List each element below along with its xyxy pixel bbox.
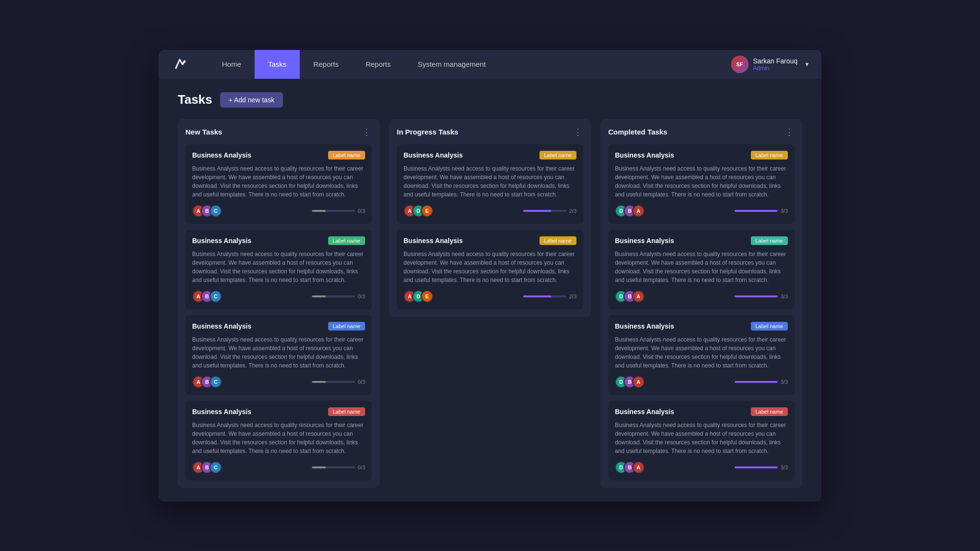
user-role: Admin xyxy=(753,65,798,72)
task-avatars: A B C xyxy=(192,461,222,474)
task-title: Business Analysis xyxy=(192,151,251,159)
task-progress: 2/3 xyxy=(523,208,576,214)
task-progress: 0/3 xyxy=(312,465,365,470)
task-card[interactable]: Business Analysis Label name Business An… xyxy=(608,144,795,224)
task-desc: Business Analysts need access to quality… xyxy=(615,421,788,455)
task-title: Business Analysis xyxy=(615,237,674,245)
app-logo xyxy=(170,55,189,74)
task-card[interactable]: Business Analysis Label name Business An… xyxy=(397,144,583,224)
page-title: Tasks xyxy=(178,92,212,107)
progress-fill xyxy=(312,466,326,468)
nav-reports-1[interactable]: Reports xyxy=(300,50,352,79)
progress-fill xyxy=(735,295,778,297)
page-header: Tasks + Add new task xyxy=(178,92,802,108)
task-label: Label name xyxy=(328,322,366,331)
task-title: Business Analysis xyxy=(404,237,463,245)
task-label: Label name xyxy=(539,236,577,245)
column-title-completed: Completed Tasks xyxy=(608,128,667,136)
nav-system[interactable]: System management xyxy=(404,50,499,79)
task-card[interactable]: Business Analysis Label name Business An… xyxy=(185,401,372,480)
progress-bar xyxy=(735,210,778,212)
task-progress: 3/3 xyxy=(735,465,788,470)
user-avatar: SF xyxy=(731,56,748,73)
task-card[interactable]: Business Analysis Label name Business An… xyxy=(608,230,795,309)
task-title: Business Analysis xyxy=(404,151,463,159)
svg-point-0 xyxy=(184,60,186,62)
avatar: A xyxy=(632,205,645,217)
task-title: Business Analysis xyxy=(615,408,674,416)
avatar: E xyxy=(421,205,433,217)
task-card-header: Business Analysis Label name xyxy=(192,322,365,331)
task-label: Label name xyxy=(751,407,788,416)
task-footer: A B C 0/3 xyxy=(192,461,365,474)
user-name: Sarkan Farouq xyxy=(753,57,798,65)
task-card-header: Business Analysis Label name xyxy=(404,236,576,245)
nav-links: Home Tasks Reports Reports System manage… xyxy=(208,50,731,79)
progress-text: 3/3 xyxy=(781,208,788,214)
task-card-header: Business Analysis Label name xyxy=(615,236,788,245)
nav-home[interactable]: Home xyxy=(208,50,255,79)
task-progress: 3/3 xyxy=(735,208,788,214)
task-label: Label name xyxy=(751,151,788,159)
progress-bar xyxy=(523,295,566,297)
task-card-header: Business Analysis Label name xyxy=(192,236,365,245)
task-title: Business Analysis xyxy=(615,322,674,330)
task-desc: Business Analysts need access to quality… xyxy=(192,250,365,284)
task-card[interactable]: Business Analysis Label name Business An… xyxy=(608,401,795,480)
task-footer: D B A 3/3 xyxy=(615,290,788,303)
page-content: Tasks + Add new task New Tasks ⋮ Busines… xyxy=(159,79,821,502)
task-card[interactable]: Business Analysis Label name Business An… xyxy=(185,230,372,309)
task-card[interactable]: Business Analysis Label name Business An… xyxy=(608,315,795,395)
task-progress: 0/3 xyxy=(312,294,365,299)
column-header-completed: Completed Tasks ⋮ xyxy=(608,127,795,137)
column-completed: Completed Tasks ⋮ Business Analysis Labe… xyxy=(600,119,802,488)
nav-tasks[interactable]: Tasks xyxy=(255,50,300,79)
task-progress: 0/3 xyxy=(312,208,365,214)
task-progress: 0/3 xyxy=(312,379,365,385)
progress-bar xyxy=(735,381,778,383)
task-card-header: Business Analysis Label name xyxy=(192,407,365,416)
task-desc: Business Analysts need access to quality… xyxy=(615,250,788,284)
progress-bar xyxy=(312,210,355,212)
task-title: Business Analysis xyxy=(615,151,674,159)
progress-text: 0/3 xyxy=(358,294,365,299)
kanban-board: New Tasks ⋮ Business Analysis Label name… xyxy=(178,119,802,488)
task-footer: D B A 3/3 xyxy=(615,205,788,217)
column-menu-new[interactable]: ⋮ xyxy=(362,127,372,137)
progress-bar xyxy=(523,210,566,212)
progress-fill xyxy=(735,210,778,212)
task-card[interactable]: Business Analysis Label name Business An… xyxy=(397,230,583,309)
progress-fill xyxy=(312,295,326,297)
task-desc: Business Analysts need access to quality… xyxy=(192,421,365,455)
avatar: C xyxy=(209,376,222,388)
task-card[interactable]: Business Analysis Label name Business An… xyxy=(185,315,372,395)
progress-fill xyxy=(523,210,551,212)
task-desc: Business Analysts need access to quality… xyxy=(192,164,365,199)
task-footer: A B C 0/3 xyxy=(192,290,365,303)
task-card[interactable]: Business Analysis Label name Business An… xyxy=(185,144,372,224)
progress-fill xyxy=(312,381,326,383)
task-label: Label name xyxy=(751,322,788,331)
task-footer: A D E 2/3 xyxy=(404,205,576,217)
task-footer: A B C 0/3 xyxy=(192,205,365,217)
task-card-header: Business Analysis Label name xyxy=(615,407,788,416)
user-menu[interactable]: SF Sarkan Farouq Admin ▼ xyxy=(731,56,810,73)
task-card-header: Business Analysis Label name xyxy=(404,151,576,159)
task-desc: Business Analysts need access to quality… xyxy=(404,164,576,199)
task-avatars: D B A xyxy=(615,461,645,474)
task-avatars: D B A xyxy=(615,376,645,388)
task-desc: Business Analysts need access to quality… xyxy=(404,250,576,284)
avatar: C xyxy=(209,461,222,474)
task-avatars: A D E xyxy=(404,205,433,217)
progress-fill xyxy=(312,210,326,212)
column-menu-completed[interactable]: ⋮ xyxy=(785,127,795,137)
avatar: A xyxy=(632,461,645,474)
progress-text: 3/3 xyxy=(781,465,788,470)
add-task-button[interactable]: + Add new task xyxy=(220,92,283,108)
nav-reports-2[interactable]: Reports xyxy=(352,50,404,79)
task-card-header: Business Analysis Label name xyxy=(615,151,788,159)
avatar: C xyxy=(209,290,222,303)
task-progress: 3/3 xyxy=(735,294,788,299)
column-menu-progress[interactable]: ⋮ xyxy=(574,127,583,137)
task-avatars: A B C xyxy=(192,376,222,388)
